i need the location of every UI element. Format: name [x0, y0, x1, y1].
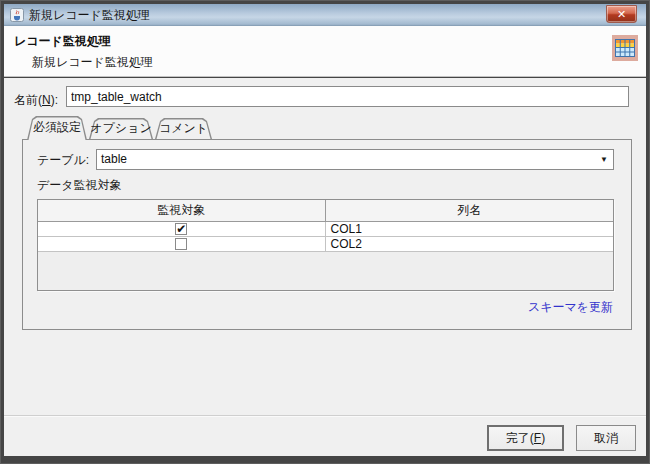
column-header-watch[interactable]: 監視対象 [38, 200, 326, 221]
header-subtitle: 新規レコード監視処理 [32, 54, 153, 71]
name-input[interactable] [66, 86, 629, 107]
tab-comment[interactable]: コメント [155, 118, 212, 139]
table-row[interactable]: COL2 [38, 237, 613, 252]
colname-cell[interactable]: COL2 [326, 237, 614, 251]
header-banner: レコード監視処理 新規レコード監視処理 [4, 26, 646, 77]
finish-button[interactable]: 完了(F) [487, 425, 564, 451]
update-schema-link[interactable]: スキーマを更新 [528, 299, 613, 316]
required-settings-panel: テーブル: table ▼ データ監視対象 監視対象 列名 ✔ COL1 [22, 139, 632, 330]
table-label: テーブル: [37, 150, 89, 170]
watch-target-label: データ監視対象 [37, 177, 122, 194]
tab-label: オプション [89, 118, 153, 138]
checkbox-unchecked[interactable] [175, 238, 187, 250]
cancel-button[interactable]: 取消 [576, 425, 636, 451]
dialog-content: 名前(N): 必須設定 オプション コメント テーブル: table ▼ データ… [4, 78, 646, 456]
dialog-window: 新規レコード監視処理 ✕ レコード監視処理 新規レコード監視処理 名前(N): [0, 0, 650, 464]
close-icon: ✕ [617, 8, 626, 20]
table-combobox-value: table [101, 152, 127, 166]
header-title: レコード監視処理 [14, 33, 111, 50]
checkbox-checked[interactable]: ✔ [175, 223, 187, 235]
name-label: 名前(N): [14, 90, 58, 110]
table-header-row: 監視対象 列名 [38, 200, 613, 222]
java-app-icon [10, 8, 24, 22]
table-grid-icon [612, 35, 638, 61]
watch-cell[interactable] [38, 237, 326, 251]
tab-label: 必須設定 [27, 116, 87, 139]
colname-cell[interactable]: COL1 [326, 222, 614, 236]
watch-cell[interactable]: ✔ [38, 222, 326, 236]
watch-target-table: 監視対象 列名 ✔ COL1 COL2 [37, 199, 614, 291]
column-header-colname[interactable]: 列名 [326, 200, 614, 221]
tab-required-settings[interactable]: 必須設定 [27, 116, 87, 140]
button-bar-separator [4, 415, 646, 417]
window-title: 新規レコード監視処理 [29, 4, 150, 26]
tab-options[interactable]: オプション [89, 118, 153, 139]
titlebar[interactable]: 新規レコード監視処理 ✕ [4, 4, 646, 26]
close-button[interactable]: ✕ [606, 5, 637, 23]
table-row[interactable]: ✔ COL1 [38, 222, 613, 237]
chevron-down-icon[interactable]: ▼ [600, 156, 608, 164]
tab-label: コメント [155, 118, 212, 138]
table-combobox[interactable]: table ▼ [96, 149, 614, 170]
